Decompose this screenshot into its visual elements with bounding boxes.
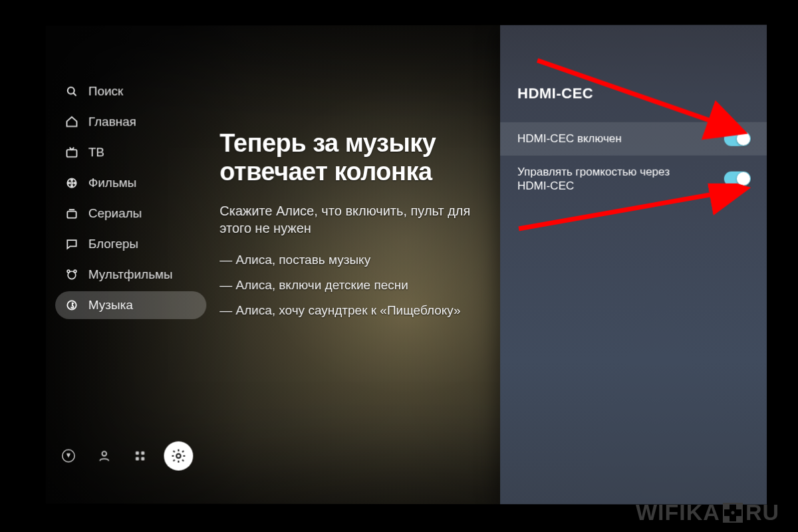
svg-rect-18 (136, 457, 139, 460)
film-icon (65, 176, 79, 190)
svg-point-8 (68, 182, 69, 184)
sidebar-item-films[interactable]: Фильмы (55, 169, 206, 197)
tv-icon (65, 145, 79, 160)
svg-rect-19 (141, 457, 144, 460)
promo-title-line2: отвечает колонка (219, 158, 432, 186)
svg-point-5 (71, 179, 72, 180)
home-icon (65, 114, 79, 129)
promo-example-1: — Алиса, поставь музыку (219, 251, 499, 269)
sidebar-nav: Поиск Главная ТВ Фильмы Сериалы (55, 77, 206, 319)
bear-icon (65, 267, 79, 282)
sidebar-item-label: Главная (88, 114, 136, 129)
promo-title-line1: Теперь за музыку (219, 129, 436, 157)
promo-title: Теперь за музыку отвечает колонка (219, 129, 499, 186)
tv-screen: Поиск Главная ТВ Фильмы Сериалы (46, 25, 767, 504)
sidebar-item-label: ТВ (88, 145, 104, 160)
sidebar-item-cartoons[interactable]: Мультфильмы (55, 261, 206, 289)
row-label: Управлять громкостью через HDMI-CEC (517, 165, 704, 194)
svg-point-3 (67, 179, 76, 188)
svg-point-15 (102, 452, 106, 456)
sidebar-item-home[interactable]: Главная (55, 108, 206, 136)
apps-button[interactable] (128, 444, 152, 468)
svg-point-11 (67, 270, 70, 273)
settings-button[interactable] (164, 442, 193, 471)
search-icon (65, 84, 79, 98)
chat-icon (65, 237, 79, 251)
promo-example-2: — Алиса, включи детские песни (219, 277, 499, 294)
svg-point-12 (74, 270, 76, 273)
row-label: HDMI-CEC включен (517, 132, 622, 146)
sidebar-item-label: Поиск (88, 84, 123, 98)
svg-point-4 (70, 182, 72, 184)
toggle-knob (737, 132, 750, 146)
assistant-button[interactable] (57, 444, 80, 467)
sidebar-item-label: Мультфильмы (88, 267, 173, 282)
sidebar-item-label: Фильмы (88, 176, 137, 190)
promo-example-3: — Алиса, хочу саундтрек к «Пищеблоку» (219, 302, 499, 319)
watermark-qr-icon (723, 503, 743, 523)
svg-point-0 (68, 87, 74, 94)
promo-subtitle: Скажите Алисе, что включить, пульт для э… (219, 203, 499, 237)
svg-line-1 (73, 93, 76, 96)
svg-point-6 (74, 182, 75, 184)
music-icon (65, 298, 79, 313)
watermark-left: WIFIKA (636, 499, 720, 525)
sidebar-item-bloggers[interactable]: Блогеры (55, 230, 206, 258)
watermark-right: RU (745, 499, 779, 525)
sidebar-item-label: Блогеры (88, 237, 138, 251)
svg-rect-17 (141, 452, 144, 455)
profile-button[interactable] (92, 444, 116, 468)
toggle-hdmi-cec-volume[interactable] (724, 172, 751, 186)
svg-rect-2 (66, 150, 76, 157)
svg-point-7 (71, 186, 72, 187)
sidebar-item-tv[interactable]: ТВ (55, 138, 206, 166)
hdmi-cec-panel: HDMI-CEC HDMI-CEC включен Управлять гром… (500, 25, 767, 504)
stack-icon (65, 206, 79, 221)
sidebar-item-search[interactable]: Поиск (55, 77, 206, 105)
sidebar-item-label: Музыка (88, 298, 133, 313)
svg-rect-16 (136, 452, 139, 455)
toggle-knob (737, 172, 750, 186)
sidebar-item-label: Сериалы (88, 206, 142, 221)
panel-title: HDMI-CEC (500, 42, 767, 122)
sidebar-item-music[interactable]: Музыка (55, 291, 206, 319)
toggle-hdmi-cec-enabled[interactable] (724, 132, 751, 146)
watermark: WIFIKARU (636, 499, 779, 525)
svg-rect-9 (67, 211, 76, 218)
row-hdmi-cec-volume[interactable]: Управлять громкостью через HDMI-CEC (500, 156, 767, 203)
promo-block: Теперь за музыку отвечает колонка Скажит… (219, 129, 499, 327)
bottom-bar (57, 441, 193, 470)
row-hdmi-cec-enabled[interactable]: HDMI-CEC включен (500, 122, 767, 156)
svg-point-20 (176, 454, 180, 458)
sidebar-item-series[interactable]: Сериалы (55, 200, 206, 227)
